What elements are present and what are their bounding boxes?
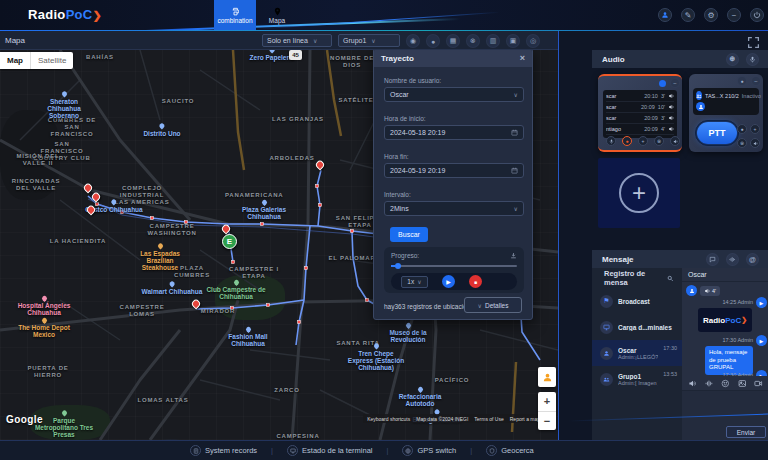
search-icon[interactable] xyxy=(667,275,674,282)
download-icon[interactable] xyxy=(510,252,517,259)
start-time-input[interactable]: 2024-05-18 20:19 xyxy=(384,125,524,140)
progress-slider[interactable] xyxy=(391,265,517,267)
speaker-icon[interactable] xyxy=(668,115,674,121)
audio-play-icon[interactable] xyxy=(688,379,697,388)
enviar-button[interactable]: Enviar xyxy=(726,426,766,438)
user-select[interactable]: Oscar∨ xyxy=(384,87,524,102)
zoom-out-button[interactable]: − xyxy=(538,412,556,431)
speed-select[interactable]: 1x∨ xyxy=(401,276,428,288)
map-poi-label[interactable]: Refaccionaria Autotodo xyxy=(389,387,451,407)
map-poi-label[interactable]: Distrito Uno xyxy=(143,124,180,137)
audio-message-bubble[interactable]: 4' xyxy=(700,286,720,296)
speaker-icon[interactable] xyxy=(668,104,674,110)
chat-messages[interactable]: 4' 14:25 Admin ▶ RadioPoC❯ 17:30 Admin ▶… xyxy=(682,282,768,376)
satellite-off-icon[interactable]: ⊗ xyxy=(466,34,480,48)
audio-recording-row[interactable]: scar 20:09 10' xyxy=(606,102,674,113)
add-audio-session-tile[interactable]: + xyxy=(598,158,680,228)
online-filter-select[interactable]: Solo en línea∨ xyxy=(262,34,332,47)
audio-recording-row[interactable]: scar 20:10 3' xyxy=(606,91,674,102)
map-poi-label[interactable]: Tren Chepe Express (Estación Chihuahua) xyxy=(345,344,407,371)
power-icon[interactable] xyxy=(750,8,764,22)
emoji-icon[interactable] xyxy=(721,379,730,388)
locate-user-icon[interactable]: ◉ xyxy=(406,34,420,48)
collapse-icon[interactable]: − xyxy=(670,78,680,88)
broadcast-chat-icon[interactable] xyxy=(726,253,739,266)
footer-terminal-status[interactable]: Estado de la terminal xyxy=(287,445,372,456)
record-button[interactable]: ● xyxy=(737,124,747,134)
expand-icon[interactable] xyxy=(747,36,760,49)
footer-system-records[interactable]: System records xyxy=(190,445,257,456)
stop-button[interactable]: ■ xyxy=(469,275,482,288)
map-poi-label[interactable]: Fashion Mall Chihuahua xyxy=(217,327,279,347)
zoom-in-button[interactable]: + xyxy=(538,392,556,412)
map-poi-label[interactable]: Club Campestre de Chihuahua xyxy=(205,280,267,300)
details-button[interactable]: ∨Detalles xyxy=(464,297,522,313)
mute-button[interactable]: ⊗ xyxy=(654,136,664,146)
map-type-satellite-button[interactable]: Satellite xyxy=(31,52,73,69)
conversation-carga-terminales[interactable]: Carga d...minales xyxy=(592,314,682,340)
terms-link[interactable]: Terms of Use xyxy=(474,416,503,422)
chat-bubble[interactable]: Hola, mensaje de prueba GRUPAL xyxy=(705,346,753,375)
footer-gps-switch[interactable]: GPS switch xyxy=(402,445,456,456)
audio-recordings-list[interactable]: scar 20:10 3' scar 20:09 10' scar xyxy=(603,90,677,138)
tab-combination[interactable]: combination xyxy=(214,0,256,30)
volume-button[interactable] xyxy=(670,136,680,146)
globe-icon[interactable]: ◎ xyxy=(526,34,540,48)
speaker-icon[interactable] xyxy=(668,126,674,132)
settings-dot-icon[interactable]: ● xyxy=(737,76,747,86)
edit-icon[interactable]: ✎ xyxy=(681,8,695,22)
minimize-icon[interactable]: − xyxy=(727,8,741,22)
record-button[interactable]: ● xyxy=(622,136,632,146)
active-group-chip[interactable]: TAS...X 210/2 Inactivo xyxy=(693,88,759,115)
conversation-grupo1[interactable]: Grupo1 Admin:[ Imagen ] 13:53 xyxy=(592,366,682,392)
speaker-button[interactable] xyxy=(750,138,760,148)
play-button[interactable]: ▶ xyxy=(442,275,455,288)
speaker-icon[interactable] xyxy=(668,93,674,99)
layers-icon[interactable]: ▦ xyxy=(446,34,460,48)
microphone-icon[interactable] xyxy=(746,53,759,66)
waveform-icon[interactable] xyxy=(705,379,714,388)
mute-button[interactable]: ⊗ xyxy=(737,138,747,148)
image-attach-icon[interactable] xyxy=(738,379,747,388)
message-input[interactable] xyxy=(682,390,768,424)
conversation-oscar[interactable]: Oscar Admin:¡LLEGÓ? 17:30 xyxy=(592,340,682,366)
map-poi-label[interactable]: Walmart Chihuahua xyxy=(142,282,203,295)
map-type-map-button[interactable]: Map xyxy=(0,52,31,69)
map-poi-label[interactable]: Museo de la Revolución xyxy=(377,323,439,343)
building-icon[interactable]: ▣ xyxy=(506,34,520,48)
interval-select[interactable]: 2Mins∨ xyxy=(384,201,524,216)
footer-geocerca[interactable]: Geocerca xyxy=(486,445,534,456)
mention-icon[interactable]: @ xyxy=(746,253,759,266)
close-icon[interactable]: × xyxy=(520,53,525,63)
ptt-button[interactable]: PTT xyxy=(695,120,739,146)
grid-icon[interactable]: ▥ xyxy=(486,34,500,48)
settings-gear-icon[interactable]: ⚙ xyxy=(704,8,718,22)
user-icon[interactable] xyxy=(658,8,672,22)
audio-recording-row[interactable]: ntiago 20:09 4' xyxy=(606,124,674,135)
keyboard-shortcuts-link[interactable]: Keyboard shortcuts xyxy=(367,416,410,422)
add-button[interactable]: + xyxy=(638,136,648,146)
volume-up-button[interactable]: + xyxy=(750,124,760,134)
video-attach-icon[interactable] xyxy=(754,379,763,388)
map-poi-label[interactable]: Zero Papelería xyxy=(250,50,295,61)
poi-icon[interactable]: ● xyxy=(426,34,440,48)
end-time-input[interactable]: 2024-05-19 20:19 xyxy=(384,163,524,178)
slider-thumb[interactable] xyxy=(395,263,401,269)
collapse-icon[interactable]: − xyxy=(751,76,761,86)
buscar-button[interactable]: Buscar xyxy=(390,227,428,242)
map-poi-label[interactable]: Plaza Galerias Chihuahua xyxy=(233,200,295,220)
map-poi-label[interactable]: Hospital Ángeles Chihuahua xyxy=(13,296,75,316)
image-message-logo[interactable]: RadioPoC❯ xyxy=(698,308,752,332)
conversation-broadcast[interactable]: ⚑ Broadcast xyxy=(592,288,682,314)
target-icon[interactable]: ⊕ xyxy=(726,53,739,66)
chat-icon[interactable] xyxy=(706,253,719,266)
group-filter-select[interactable]: Grupo1∨ xyxy=(338,34,400,47)
map-poi-label[interactable]: Sheraton Chihuahua Soberano xyxy=(33,92,95,119)
map-poi-label[interactable]: The Home Depot Mexico xyxy=(13,318,75,338)
map-poi-label[interactable]: Las Espadas Brazilian Steakhouse xyxy=(129,244,191,271)
mic-button[interactable] xyxy=(606,136,616,146)
tab-mapa[interactable]: Mapa xyxy=(256,0,298,30)
audio-recording-row[interactable]: scar 20:09 3' xyxy=(606,113,674,124)
route-end-marker[interactable]: E xyxy=(222,234,237,249)
pegman-control[interactable] xyxy=(538,367,556,387)
